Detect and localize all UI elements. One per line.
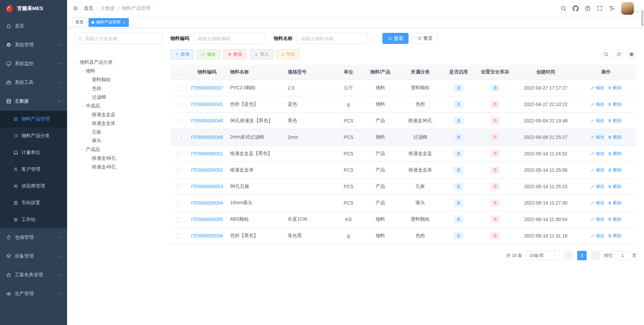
breadcrumb-item[interactable]: 主数据 xyxy=(101,5,115,11)
sidebar-item-device-manage[interactable]: 设备管理 xyxy=(0,247,67,266)
sidebar-item-master-data[interactable]: 主数据 xyxy=(0,92,67,111)
row-delete-button[interactable]: 删除 xyxy=(608,200,622,206)
material-code-link[interactable]: ITEM00000053 xyxy=(191,184,223,189)
row-edit-button[interactable]: 修改 xyxy=(591,101,604,107)
sidebar-item-material-product-manage[interactable]: 物料产品管理 xyxy=(0,111,67,127)
row-delete-button[interactable]: 删除 xyxy=(608,85,622,91)
tag-close-button[interactable] xyxy=(122,21,126,24)
select-all-checkbox[interactable] xyxy=(176,70,181,75)
row-checkbox[interactable] xyxy=(176,217,181,222)
material-code-link[interactable]: ITEM00000055 xyxy=(191,217,223,222)
sidebar-item-measure-unit[interactable]: 计量单位 xyxy=(0,144,67,161)
sidebar-item-warehouse-manage[interactable]: 仓储管理 xyxy=(0,228,67,247)
material-code-link[interactable]: ITEM00000052 xyxy=(191,167,223,173)
tree-node[interactable]: 移液盒48孔 xyxy=(74,163,163,171)
row-edit-button[interactable]: 修改 xyxy=(591,183,604,189)
row-edit-button[interactable]: 修改 xyxy=(591,167,604,173)
row-checkbox[interactable] xyxy=(176,152,181,156)
row-delete-button[interactable]: 删除 xyxy=(608,101,622,107)
tree-node[interactable]: 孔板 xyxy=(74,128,163,137)
material-code-link[interactable]: ITEM00000056 xyxy=(191,233,223,238)
row-edit-button[interactable]: 修改 xyxy=(591,216,604,222)
user-menu[interactable] xyxy=(621,2,639,15)
search-button[interactable]: 搜索 xyxy=(382,33,409,44)
tree-node[interactable]: 过滤棉 xyxy=(74,93,163,102)
row-edit-button[interactable]: 修改 xyxy=(591,85,604,91)
table-columns-button[interactable] xyxy=(627,49,637,59)
row-edit-button[interactable]: 修改 xyxy=(591,134,604,140)
tree-node[interactable]: 塑料颗粒 xyxy=(74,75,163,84)
sidebar-item-workshop-setting[interactable]: 车间设置 xyxy=(0,195,67,211)
category-search-input[interactable] xyxy=(74,33,163,44)
material-code-input[interactable] xyxy=(193,33,264,44)
delete-button[interactable]: 删除 xyxy=(223,49,247,59)
table-refresh-button[interactable] xyxy=(614,49,624,59)
search-button[interactable] xyxy=(557,0,570,17)
row-checkbox[interactable] xyxy=(176,184,181,189)
row-checkbox[interactable] xyxy=(176,234,181,238)
github-button[interactable] xyxy=(570,0,582,17)
sidebar-item-system-monitor[interactable]: 系统监控 xyxy=(0,54,67,73)
material-code-link[interactable]: ITEM00000037 xyxy=(191,85,223,91)
row-checkbox[interactable] xyxy=(176,168,181,173)
sidebar-item-workstation[interactable]: 工作站 xyxy=(0,211,67,228)
next-page-button[interactable] xyxy=(591,251,600,260)
row-checkbox[interactable] xyxy=(176,86,181,91)
tree-node[interactable]: 产成品 xyxy=(74,145,163,154)
material-code-link[interactable]: ITEM00000054 xyxy=(191,200,223,206)
export-button[interactable]: 导出 xyxy=(276,49,300,59)
tree-node[interactable]: 色粉 xyxy=(74,84,163,93)
row-edit-button[interactable]: 修改 xyxy=(591,118,604,124)
fullscreen-button[interactable] xyxy=(594,0,606,17)
tree-node[interactable]: 吸头 xyxy=(74,137,163,145)
material-code-link[interactable]: ITEM00000046 xyxy=(191,118,223,123)
row-checkbox[interactable] xyxy=(176,135,181,140)
tree-node[interactable]: 物料及产品分类 xyxy=(74,58,163,67)
sidebar-item-material-product-category[interactable]: 物料产品分类 xyxy=(0,127,67,144)
add-button[interactable]: 新增 xyxy=(170,49,194,59)
material-code-link[interactable]: ITEM00000051 xyxy=(191,151,223,156)
sidebar-item-system-manage[interactable]: 系统管理 xyxy=(0,36,67,54)
sidebar-item-fixture-manage[interactable]: 工装夹具管理 xyxy=(0,266,67,284)
tree-node[interactable]: 移液盒96孔 xyxy=(74,154,163,163)
row-edit-button[interactable]: 修改 xyxy=(591,233,604,239)
row-delete-button[interactable]: 删除 xyxy=(608,167,622,173)
sidebar-toggle-button[interactable] xyxy=(67,0,84,17)
table-search-toggle-button[interactable] xyxy=(601,49,611,59)
font-size-button[interactable] xyxy=(606,0,618,17)
goto-page-input[interactable] xyxy=(615,251,630,260)
sidebar-item-supplier-manage[interactable]: 供应商管理 xyxy=(0,178,67,195)
row-delete-button[interactable]: 删除 xyxy=(608,134,622,140)
row-checkbox[interactable] xyxy=(176,201,181,206)
row-delete-button[interactable]: 删除 xyxy=(608,151,622,157)
tag-item[interactable]: 物料产品管理 xyxy=(89,18,129,27)
row-checkbox[interactable] xyxy=(176,102,181,107)
tag-item[interactable]: 首页 xyxy=(72,18,87,27)
tree-node[interactable]: 移液盒盒盖 xyxy=(74,110,163,119)
tree-node[interactable]: 移液盒盒体 xyxy=(74,119,163,128)
material-code-link[interactable]: ITEM00000049 xyxy=(191,134,223,140)
sidebar-item-production-manage[interactable]: 生产管理 xyxy=(0,284,67,303)
row-delete-button[interactable]: 删除 xyxy=(608,183,622,189)
tree-node[interactable]: 半成品 xyxy=(74,102,163,110)
row-delete-button[interactable]: 删除 xyxy=(608,233,622,239)
edit-button[interactable]: 修改 xyxy=(197,49,220,59)
sidebar-item-system-tools[interactable]: 系统工具 xyxy=(0,73,67,92)
row-delete-button[interactable]: 删除 xyxy=(608,118,622,124)
material-code-link[interactable]: ITEM00000041 xyxy=(191,102,223,107)
sidebar-item-customer-manage[interactable]: 客户管理 xyxy=(0,161,67,178)
row-edit-button[interactable]: 修改 xyxy=(591,200,604,206)
row-delete-button[interactable]: 删除 xyxy=(608,216,622,222)
row-checkbox[interactable] xyxy=(176,119,181,123)
question-button[interactable] xyxy=(582,0,594,17)
reset-button[interactable]: 重置 xyxy=(412,33,438,44)
scrollbar-thumb[interactable] xyxy=(641,10,643,26)
breadcrumb-item[interactable]: 首页 xyxy=(84,5,93,11)
page-number-button[interactable]: 1 xyxy=(577,251,587,260)
row-edit-button[interactable]: 修改 xyxy=(591,151,604,157)
sidebar-item-home[interactable]: 首页 xyxy=(0,17,67,36)
avatar[interactable] xyxy=(621,2,634,15)
page-size-select[interactable]: 10条/页 xyxy=(526,251,560,260)
import-button[interactable]: 导入 xyxy=(250,49,273,59)
tree-node[interactable]: 物料 xyxy=(74,67,163,75)
